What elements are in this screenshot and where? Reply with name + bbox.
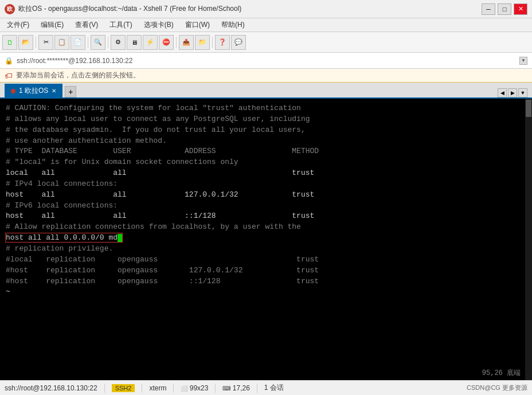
status-bar: ssh://root@192.168.10.130:22 SSH2 xterm … <box>0 380 532 395</box>
protocol-badge: SSH2 <box>112 384 135 392</box>
terminal-dimensions: ⬜ 99x23 <box>181 384 208 392</box>
terminal-container: # CAUTION: Configuring the system for lo… <box>0 99 532 380</box>
terminal-line: ~ <box>6 287 526 298</box>
ssh-address: ssh://root@192.168.10.130:22 <box>5 384 97 392</box>
terminal-line: # "local" is for Unix domain socket conn… <box>6 157 526 168</box>
terminal-line: # the database sysadmin. If you do not t… <box>6 125 526 136</box>
tab-1[interactable]: 1 欧拉OS ✕ <box>5 84 62 97</box>
menu-view[interactable]: 查看(V) <box>73 19 100 31</box>
cursor-position: ⌨ 17,26 <box>222 384 249 392</box>
copy-button[interactable]: 📋 <box>54 35 69 50</box>
menu-bar: 文件(F) 编辑(E) 查看(V) 工具(T) 选项卡(B) 窗口(W) 帮助(… <box>0 18 532 32</box>
session-count: 1 会话 <box>264 383 284 393</box>
chat-button[interactable]: 💬 <box>231 35 246 50</box>
tab-label: 1 欧拉OS <box>19 86 48 96</box>
info-text: 要添加当前会话，点击左侧的箭头按钮。 <box>16 71 140 80</box>
app-icon: 欧 <box>5 4 15 14</box>
menu-edit[interactable]: 编辑(E) <box>38 19 66 31</box>
transfer-button[interactable]: 📤 <box>179 35 194 50</box>
tab-menu-button[interactable]: ▼ <box>518 88 527 97</box>
watermark: CSDN@CG 更多资源 <box>467 384 527 392</box>
terminal-line: host all all 127.0.0.1/32 trust <box>6 190 526 201</box>
tab-prev-button[interactable]: ◀ <box>498 88 507 97</box>
menu-window[interactable]: 窗口(W) <box>183 19 212 31</box>
terminal-line: # replication privilege. <box>6 244 526 255</box>
menu-help[interactable]: 帮助(H) <box>219 19 247 31</box>
preferences-button[interactable]: ⚙ <box>111 35 126 50</box>
minimize-button[interactable]: ─ <box>482 3 495 15</box>
toolbar: 🗋 📂 ✂ 📋 📄 🔍 ⚙ 🖥 ⚡ ⛔ 📤 📁 ❓ 💬 <box>0 32 532 53</box>
window-title: 欧拉OS - opengauss@localhost:~/data - Xshe… <box>18 4 482 14</box>
terminal-type: xterm <box>149 384 166 392</box>
cut-button[interactable]: ✂ <box>38 35 53 50</box>
address-bar: 🔒 ssh://root:********@192.168.10.130:22 … <box>0 53 532 69</box>
terminal-line: host all all 0.0.0.0/0 md <box>6 233 526 244</box>
scrollbar-thumb[interactable] <box>526 100 531 117</box>
tab-close-button[interactable]: ✕ <box>52 88 56 94</box>
terminal-line: # Allow replication connections from loc… <box>6 222 526 233</box>
close-button[interactable]: ✕ <box>514 3 527 15</box>
info-bar: 🏷 要添加当前会话，点击左侧的箭头按钮。 <box>0 69 532 83</box>
terminal-line: host all all ::1/128 trust <box>6 211 526 222</box>
terminal-line: # TYPE DATABASE USER ADDRESS METHOD <box>6 146 526 157</box>
connect-button[interactable]: ⚡ <box>143 35 158 50</box>
open-button[interactable]: 📂 <box>18 35 33 50</box>
terminal-line: #local replication opengauss trust <box>6 255 526 265</box>
menu-tools[interactable]: 工具(T) <box>107 19 134 31</box>
paste-button[interactable]: 📄 <box>71 35 85 50</box>
window-controls: ─ □ ✕ <box>482 3 527 15</box>
terminal-line: #host replication opengauss 127.0.0.1/32… <box>6 265 526 276</box>
terminal-line: #host replication opengauss ::1/128 trus… <box>6 276 526 287</box>
help-button[interactable]: ❓ <box>215 35 230 50</box>
menu-file[interactable]: 文件(F) <box>5 19 32 31</box>
terminal-line: # CAUTION: Configuring the system for lo… <box>6 103 526 114</box>
lock-icon: 🔒 <box>5 57 13 65</box>
terminal[interactable]: # CAUTION: Configuring the system for lo… <box>0 99 532 380</box>
tab-next-button[interactable]: ▶ <box>508 88 517 97</box>
scrollbar[interactable] <box>525 99 532 380</box>
terminal-line: # IPv4 local connections: <box>6 179 526 190</box>
terminal-line: local all all trust <box>6 168 526 179</box>
terminal-line: # IPv6 local connections: <box>6 201 526 212</box>
menu-tab[interactable]: 选项卡(B) <box>142 19 176 31</box>
new-tab-button[interactable]: + <box>65 86 76 97</box>
search-button[interactable]: 🔍 <box>91 35 105 50</box>
position-indicator: 95,26 底端 <box>482 368 521 378</box>
tab-indicator <box>11 89 15 93</box>
maximize-button[interactable]: □ <box>498 3 511 15</box>
tab-navigation: ◀ ▶ ▼ <box>498 88 527 97</box>
disconnect-button[interactable]: ⛔ <box>159 35 174 50</box>
sftp-button[interactable]: 📁 <box>195 35 210 50</box>
title-bar: 欧 欧拉OS - opengauss@localhost:~/data - Xs… <box>0 0 532 18</box>
terminal-line: # allows any local user to connect as an… <box>6 114 526 125</box>
session-button[interactable]: 🖥 <box>127 35 142 50</box>
info-icon: 🏷 <box>5 71 13 80</box>
address-dropdown[interactable]: ▼ <box>519 57 527 65</box>
new-button[interactable]: 🗋 <box>2 35 17 50</box>
tab-bar: 1 欧拉OS ✕ + ◀ ▶ ▼ <box>0 83 532 99</box>
address-text: ssh://root:********@192.168.10.130:22 <box>17 57 132 65</box>
terminal-line: # use another authentication method. <box>6 136 526 147</box>
